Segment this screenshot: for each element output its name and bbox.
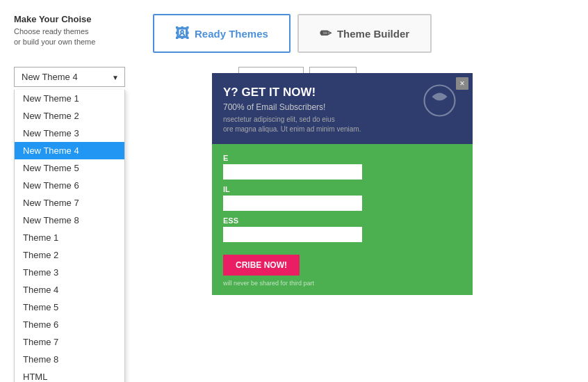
- list-item-new-theme-2[interactable]: New Theme 2: [15, 107, 124, 125]
- popup-decorative-icon: [420, 81, 459, 120]
- make-choice-subtitle: Choose ready themes or build your own th…: [14, 26, 97, 48]
- form-input-1[interactable]: [223, 164, 362, 180]
- main-dropdown-list: New Theme 1 New Theme 2 New Theme 3 New …: [14, 90, 125, 382]
- list-item-new-theme-5[interactable]: New Theme 5: [15, 159, 124, 177]
- main-dropdown-wrapper: New Theme 4 ▼ New Theme 1 New Theme 2 Ne…: [14, 67, 125, 87]
- make-choice-title: Make Your Choise: [14, 14, 97, 24]
- list-item-theme-8[interactable]: Theme 8: [15, 351, 124, 368]
- form-row-3: ESS: [223, 216, 462, 242]
- subscribe-button[interactable]: CRIBE NOW!: [223, 255, 300, 276]
- page-container: Make Your Choise Choose ready themes or …: [0, 0, 588, 382]
- list-item-new-theme-1[interactable]: New Theme 1: [15, 90, 124, 107]
- list-item-html[interactable]: HTML: [15, 368, 124, 382]
- main-dropdown-button[interactable]: New Theme 4 ▼: [14, 67, 125, 87]
- ready-themes-label: Ready Themes: [195, 28, 268, 40]
- list-item-theme-3[interactable]: Theme 3: [15, 264, 124, 281]
- tab-buttons: 🖼 Ready Themes ✏ Theme Builder: [153, 14, 432, 53]
- form-row-2: IL: [223, 185, 462, 211]
- list-item-theme-2[interactable]: Theme 2: [15, 246, 124, 264]
- theme-builder-icon: ✏: [320, 25, 332, 42]
- list-item-theme-6[interactable]: Theme 6: [15, 316, 124, 333]
- popup-footer: will never be shared for third part: [223, 280, 462, 287]
- list-item-new-theme-8[interactable]: New Theme 8: [15, 212, 124, 229]
- tab-theme-builder[interactable]: ✏ Theme Builder: [297, 14, 432, 53]
- theme-builder-label: Theme Builder: [337, 28, 409, 40]
- list-item-new-theme-4[interactable]: New Theme 4: [15, 142, 124, 159]
- list-item-theme-4[interactable]: Theme 4: [15, 281, 124, 299]
- form-input-2[interactable]: [223, 196, 362, 211]
- header-section: Make Your Choise Choose ready themes or …: [14, 14, 574, 53]
- list-item-theme-1[interactable]: Theme 1: [15, 229, 124, 246]
- main-dropdown-selected: New Theme 4: [22, 72, 78, 82]
- form-input-3[interactable]: [223, 227, 362, 242]
- list-item-new-theme-7[interactable]: New Theme 7: [15, 194, 124, 212]
- make-choice-block: Make Your Choise Choose ready themes or …: [14, 14, 97, 48]
- ready-themes-icon: 🖼: [175, 26, 189, 42]
- list-item-theme-5[interactable]: Theme 5: [15, 299, 124, 316]
- tab-ready-themes[interactable]: 🖼 Ready Themes: [153, 14, 291, 53]
- preview-popup: × Y? GET IT NOW! 700% of Email Subscribe…: [212, 73, 473, 303]
- main-dropdown-arrow: ▼: [112, 73, 119, 81]
- form-row-1: E: [223, 154, 462, 180]
- list-item-new-theme-3[interactable]: New Theme 3: [15, 125, 124, 142]
- popup-form: E IL ESS CRIBE NOW! will never be shared…: [212, 144, 473, 295]
- list-item-new-theme-6[interactable]: New Theme 6: [15, 177, 124, 194]
- list-item-theme-7[interactable]: Theme 7: [15, 333, 124, 351]
